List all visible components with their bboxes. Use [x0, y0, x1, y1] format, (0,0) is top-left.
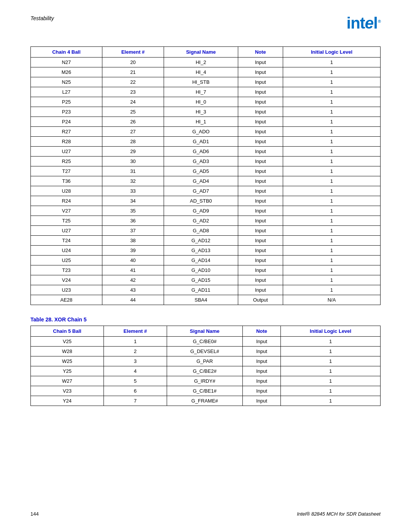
chain5-cell-6-3: Input: [242, 396, 280, 406]
chain4-cell-14-0: R24: [31, 196, 102, 206]
chain4-cell-16-3: Input: [238, 216, 283, 226]
table-row: V236G_C/BE1#Input1: [31, 386, 381, 396]
chain5-cell-0-3: Input: [242, 337, 280, 347]
table-row: V2735G_AD9Input1: [31, 206, 381, 216]
chain4-cell-18-2: G_AD12: [164, 236, 238, 246]
table-row: N2720HI_2Input1: [31, 58, 381, 67]
chain4-header-3: Note: [238, 47, 283, 58]
chain5-header-0: Chain 5 Ball: [31, 326, 104, 337]
chain5-cell-2-2: G_PAR: [167, 356, 242, 366]
chain4-cell-8-2: G_AD1: [164, 137, 238, 147]
table-row: T2438G_AD12Input1: [31, 236, 381, 246]
chain4-cell-12-4: 1: [283, 176, 380, 186]
chain4-cell-18-0: T24: [31, 236, 102, 246]
table-row: U2737G_AD8Input1: [31, 226, 381, 236]
table-row: W253G_PARInput1: [31, 356, 381, 366]
chain5-cell-4-1: 5: [104, 376, 167, 386]
chain4-cell-8-1: 28: [102, 137, 164, 147]
table-row: V2442G_AD15Input1: [31, 275, 381, 285]
chain4-cell-9-3: Input: [238, 147, 283, 157]
chain4-cell-23-0: U23: [31, 285, 102, 295]
page-header: Testability int e l®: [30, 15, 381, 31]
chain5-cell-3-2: G_C/BE2#: [167, 366, 242, 376]
chain4-cell-12-0: T36: [31, 176, 102, 186]
chain4-cell-0-4: 1: [283, 58, 380, 67]
chain4-cell-18-3: Input: [238, 236, 283, 246]
chain4-cell-16-1: 36: [102, 216, 164, 226]
chain4-cell-9-4: 1: [283, 147, 380, 157]
table-row: N2522HI_STBInput1: [31, 77, 381, 87]
table-row: AE2844SBA4OutputN/A: [31, 295, 381, 305]
chain4-cell-16-2: G_AD2: [164, 216, 238, 226]
chain5-table: Chain 5 BallElement #Signal NameNoteInit…: [30, 326, 381, 406]
chain4-header-4: Initial Logic Level: [283, 47, 380, 58]
chain4-cell-19-4: 1: [283, 246, 380, 256]
chain4-cell-4-2: HI_0: [164, 97, 238, 107]
chain4-cell-17-4: 1: [283, 226, 380, 236]
chain4-cell-24-2: SBA4: [164, 295, 238, 305]
chain5-cell-0-1: 1: [104, 337, 167, 347]
chain4-cell-11-2: G_AD5: [164, 166, 238, 176]
chain4-cell-20-3: Input: [238, 256, 283, 265]
chain4-cell-1-2: HI_4: [164, 67, 238, 77]
chain4-header-2: Signal Name: [164, 47, 238, 58]
chain5-cell-4-3: Input: [242, 376, 280, 386]
chain5-cell-0-2: G_C/BE0#: [167, 337, 242, 347]
chain4-cell-22-1: 42: [102, 275, 164, 285]
chain5-cell-1-2: G_DEVSEL#: [167, 347, 242, 356]
chain4-cell-11-3: Input: [238, 166, 283, 176]
chain5-header-2: Signal Name: [167, 326, 242, 337]
chain5-cell-3-1: 4: [104, 366, 167, 376]
chain4-cell-14-2: AD_STB0: [164, 196, 238, 206]
chain4-cell-16-0: T25: [31, 216, 102, 226]
chain5-header-1: Element #: [104, 326, 167, 337]
chain4-cell-17-1: 37: [102, 226, 164, 236]
table-row: U2729G_AD6Input1: [31, 147, 381, 157]
chain4-cell-19-3: Input: [238, 246, 283, 256]
chain4-cell-13-3: Input: [238, 186, 283, 196]
chain4-cell-7-2: G_ADO: [164, 127, 238, 137]
chain4-cell-21-3: Input: [238, 265, 283, 275]
chain5-cell-1-1: 2: [104, 347, 167, 356]
chain4-cell-7-3: Input: [238, 127, 283, 137]
chain4-cell-8-4: 1: [283, 137, 380, 147]
chain4-cell-16-4: 1: [283, 216, 380, 226]
chain4-cell-20-2: G_AD14: [164, 256, 238, 265]
chain4-cell-15-1: 35: [102, 206, 164, 216]
table-row: R2434AD_STB0Input1: [31, 196, 381, 206]
table-row: T2731G_AD5Input1: [31, 166, 381, 176]
chain4-cell-23-2: G_AD11: [164, 285, 238, 295]
chain5-header-3: Note: [242, 326, 280, 337]
table-row: R2530G_AD3Input1: [31, 157, 381, 166]
chain4-cell-10-0: R25: [31, 157, 102, 166]
chain5-cell-4-0: W27: [31, 376, 104, 386]
chain5-cell-2-4: 1: [281, 356, 381, 366]
chain5-cell-5-1: 6: [104, 386, 167, 396]
chain4-cell-15-4: 1: [283, 206, 380, 216]
chain4-cell-14-1: 34: [102, 196, 164, 206]
chain4-cell-6-3: Input: [238, 117, 283, 127]
chain4-cell-21-0: T23: [31, 265, 102, 275]
chain4-cell-19-0: U24: [31, 246, 102, 256]
chain4-cell-6-0: P24: [31, 117, 102, 127]
chain5-cell-5-2: G_C/BE1#: [167, 386, 242, 396]
chain4-cell-0-0: N27: [31, 58, 102, 67]
chain5-cell-6-1: 7: [104, 396, 167, 406]
chain4-cell-13-0: U28: [31, 186, 102, 196]
table-row: U2540G_AD14Input1: [31, 256, 381, 265]
chain4-cell-2-1: 22: [102, 77, 164, 87]
chain4-cell-2-4: 1: [283, 77, 380, 87]
chain4-cell-0-2: HI_2: [164, 58, 238, 67]
chain5-cell-6-2: G_FRAME#: [167, 396, 242, 406]
chain4-cell-15-3: Input: [238, 206, 283, 216]
chain4-cell-3-2: HI_7: [164, 87, 238, 97]
chain4-cell-18-1: 38: [102, 236, 164, 246]
chain4-header-0: Chain 4 Ball: [31, 47, 102, 58]
chain4-cell-9-0: U27: [31, 147, 102, 157]
table-row: Y254G_C/BE2#Input1: [31, 366, 381, 376]
chain4-cell-1-0: M26: [31, 67, 102, 77]
table-row: Y247G_FRAME#Input1: [31, 396, 381, 406]
table-row: P2524HI_0Input1: [31, 97, 381, 107]
chain4-cell-5-3: Input: [238, 107, 283, 117]
chain5-cell-6-4: 1: [281, 396, 381, 406]
